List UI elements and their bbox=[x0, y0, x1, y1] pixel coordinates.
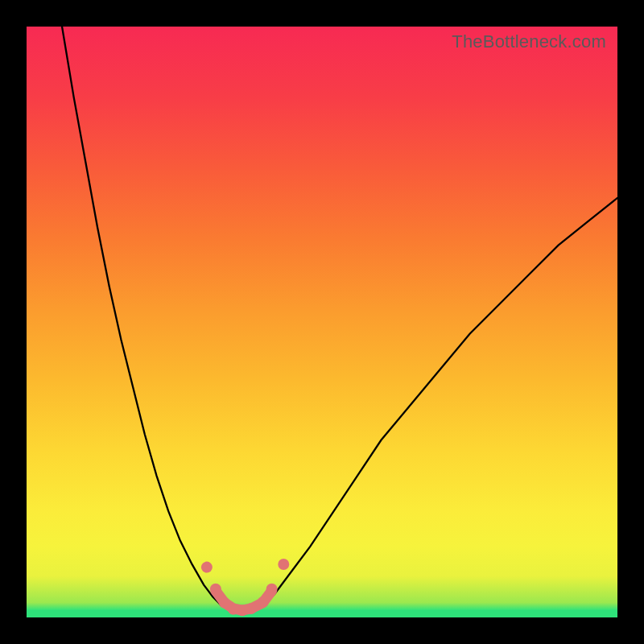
chart-svg bbox=[27, 27, 617, 617]
valley-marker bbox=[201, 562, 213, 573]
right-curve bbox=[263, 198, 617, 605]
chart-frame: TheBottleneck.com bbox=[0, 0, 644, 644]
valley-marker bbox=[278, 559, 289, 570]
valley-band bbox=[216, 591, 272, 610]
left-curve bbox=[62, 27, 221, 605]
plot-area: TheBottleneck.com bbox=[27, 27, 617, 617]
